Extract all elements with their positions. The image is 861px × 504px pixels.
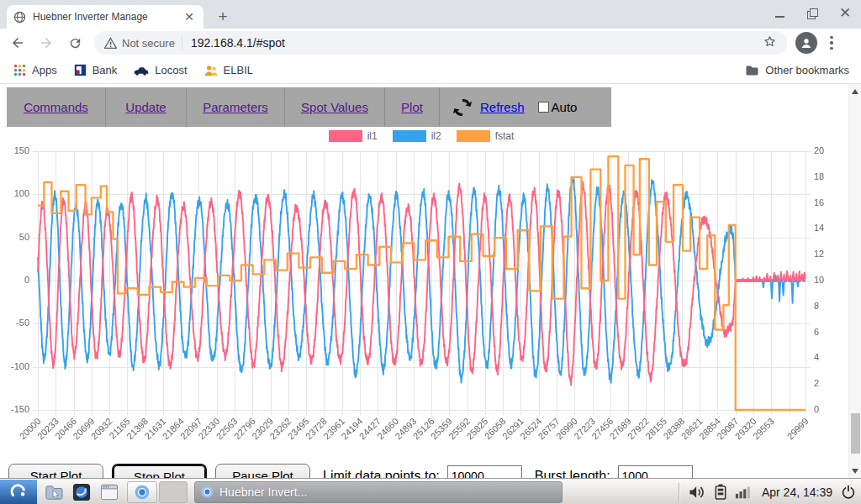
- page-nav-menu: CommandsUpdateParametersSpot ValuesPlotR…: [7, 87, 611, 127]
- url-text[interactable]: 192.168.4.1/#spot: [191, 36, 285, 50]
- nav-item-plot: Plot: [385, 87, 440, 127]
- spot-values-chart[interactable]: [0, 144, 843, 462]
- stop-plot-button[interactable]: Stop Plot: [112, 464, 207, 479]
- window-close-button[interactable]: ✕: [839, 8, 849, 18]
- network-signal-icon[interactable]: [735, 486, 753, 499]
- legend-label: il1: [367, 130, 378, 142]
- other-bookmarks-button[interactable]: Other bookmarks: [745, 64, 849, 76]
- legend-label: fstat: [495, 130, 515, 142]
- tray-separator: [679, 483, 679, 501]
- auto-label: Auto: [552, 100, 578, 114]
- taskbar: Huebner Invert... Apr 24, 14:39: [0, 479, 861, 504]
- legend-label: il2: [431, 130, 441, 142]
- not-secure-warning-icon: [104, 37, 117, 49]
- reload-icon[interactable]: [64, 32, 86, 54]
- nav-item-parameters: Parameters: [187, 87, 285, 127]
- window-minimize-button[interactable]: [775, 8, 785, 18]
- browser-toolbar: Not secure 192.168.4.1/#spot: [0, 29, 861, 57]
- bookmark-star-icon[interactable]: [763, 34, 777, 52]
- bank-icon: [74, 64, 87, 76]
- nav-link-spot-values[interactable]: Spot Values: [301, 100, 368, 114]
- nav-item-update: Update: [106, 87, 187, 127]
- screen: Huebner Inverter Manage ✕ + ✕ Not secure: [0, 0, 861, 504]
- taskbar-clock[interactable]: Apr 24, 14:39: [762, 486, 832, 499]
- tab-title: Huebner Inverter Manage: [33, 11, 174, 23]
- scrollbar-down-icon[interactable]: [852, 469, 858, 474]
- car-icon: [134, 66, 149, 76]
- scrollbar-thumb[interactable]: [851, 413, 860, 454]
- bookmark-item-elbil[interactable]: ELBIL: [196, 60, 261, 81]
- power-icon[interactable]: [841, 485, 856, 500]
- legend-swatch-fstat: [457, 130, 490, 142]
- bookmark-item-bank[interactable]: Bank: [66, 60, 126, 81]
- refresh-icon[interactable]: [452, 97, 473, 118]
- window-restore-button[interactable]: [807, 8, 817, 18]
- other-bookmarks-label: Other bookmarks: [765, 64, 849, 76]
- start-menu-button[interactable]: [0, 480, 37, 504]
- nav-link-commands[interactable]: Commands: [24, 100, 88, 114]
- tab-title-fade: [160, 10, 180, 25]
- chart-legend: il1il2fstat: [0, 130, 843, 142]
- auto-checkbox-group: Auto: [538, 100, 578, 114]
- chromium-launcher[interactable]: [127, 481, 157, 503]
- globe-icon: [13, 11, 26, 24]
- bookmark-label: ELBIL: [224, 64, 253, 76]
- legend-item-il1[interactable]: il1: [329, 130, 378, 142]
- battery-icon[interactable]: [715, 484, 726, 500]
- scrollbar-up-icon[interactable]: [852, 89, 858, 94]
- security-label[interactable]: Not secure: [122, 37, 175, 50]
- volume-icon[interactable]: [688, 485, 706, 500]
- file-manager-icon[interactable]: [43, 481, 65, 503]
- people-icon: [204, 65, 218, 76]
- bookmark-label: Bank: [92, 64, 118, 76]
- bookmark-label: Locost: [155, 64, 187, 76]
- page-content: CommandsUpdateParametersSpot ValuesPlotR…: [0, 84, 861, 479]
- refresh-link[interactable]: Refresh: [480, 100, 525, 114]
- terminal-app-icon[interactable]: [98, 481, 120, 503]
- bookmarks-bar: AppsBankLocostELBIL Other bookmarks: [0, 57, 861, 84]
- system-tray: Apr 24, 14:39: [679, 483, 861, 501]
- folder-icon: [745, 65, 759, 76]
- legend-item-fstat[interactable]: fstat: [457, 130, 515, 142]
- nav-link-plot[interactable]: Plot: [401, 100, 423, 114]
- taskbar-window-label: Huebner Invert...: [219, 486, 307, 499]
- taskbar-empty-slot: [159, 481, 188, 503]
- nav-refresh-group: RefreshAuto: [440, 87, 589, 127]
- page-scrollbar[interactable]: [848, 84, 861, 479]
- apps-grid-icon: [13, 64, 26, 76]
- legend-item-il2[interactable]: il2: [393, 130, 441, 142]
- burst-input[interactable]: [618, 465, 693, 479]
- browser-tab[interactable]: Huebner Inverter Manage ✕: [7, 5, 203, 29]
- legend-swatch-il1: [329, 130, 362, 142]
- bookmark-label: Apps: [32, 64, 57, 76]
- burst-label: Burst length:: [535, 469, 610, 479]
- omnibox-divider: [182, 36, 182, 50]
- back-icon[interactable]: [7, 32, 29, 54]
- address-bar[interactable]: Not secure 192.168.4.1/#spot: [94, 31, 787, 55]
- forward-icon[interactable]: [35, 32, 57, 54]
- browser-menu-icon[interactable]: [824, 36, 839, 50]
- pause-plot-button[interactable]: Pause Plot: [215, 464, 310, 479]
- tab-close-icon[interactable]: ✕: [182, 9, 197, 24]
- auto-checkbox[interactable]: [538, 102, 549, 113]
- new-tab-button[interactable]: +: [212, 7, 234, 27]
- nav-link-parameters[interactable]: Parameters: [203, 100, 268, 114]
- bookmark-item-locost[interactable]: Locost: [125, 60, 195, 81]
- browser-tab-strip: Huebner Inverter Manage ✕ + ✕: [0, 0, 861, 29]
- start-plot-button[interactable]: Start Plot: [8, 464, 103, 479]
- plot-controls: Start PlotStop PlotPause Plot Limit data…: [8, 464, 693, 479]
- nav-link-update[interactable]: Update: [125, 100, 166, 114]
- browser-app-icon[interactable]: [71, 481, 92, 503]
- limit-input[interactable]: [447, 465, 522, 479]
- nav-item-spot-values: Spot Values: [285, 87, 385, 127]
- taskbar-window-button[interactable]: Huebner Invert...: [194, 481, 563, 503]
- window-controls: ✕: [775, 0, 856, 27]
- bookmark-item-apps[interactable]: Apps: [5, 60, 66, 81]
- nav-item-commands: Commands: [7, 87, 106, 127]
- legend-swatch-il2: [393, 130, 426, 142]
- limit-label: Limit data points to:: [323, 469, 440, 479]
- profile-avatar-icon[interactable]: [795, 32, 817, 54]
